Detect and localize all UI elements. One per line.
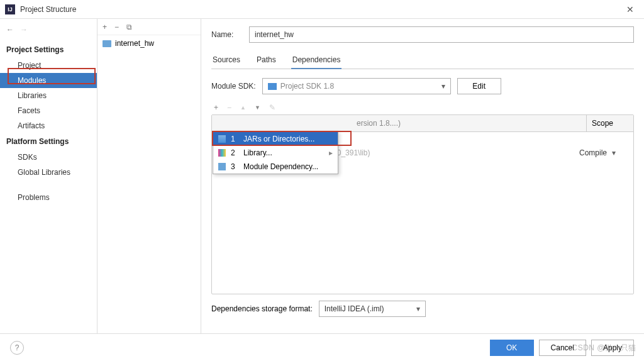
folder-icon bbox=[103, 40, 111, 47]
help-icon[interactable]: ? bbox=[10, 341, 24, 355]
scope-column-header: Scope bbox=[587, 115, 633, 131]
folder-icon bbox=[268, 83, 277, 90]
sidebar: ← → Project Settings Project Modules Lib… bbox=[0, 19, 97, 333]
popup-library[interactable]: 2 Library... ▸ bbox=[213, 146, 338, 160]
forward-icon[interactable]: → bbox=[20, 25, 28, 34]
modules-list: + − ⧉ internet_hw bbox=[97, 19, 201, 333]
storage-format-label: Dependencies storage format: bbox=[211, 304, 313, 313]
scope-select[interactable]: Compile▾ bbox=[579, 148, 628, 157]
sidebar-item-project[interactable]: Project bbox=[0, 58, 97, 73]
dependency-toolbar: + − ▲ ▼ ✎ bbox=[211, 102, 634, 113]
popup-jars-or-directories[interactable]: 1 JARs or Directories... bbox=[213, 132, 338, 146]
name-input[interactable] bbox=[249, 26, 634, 43]
close-icon[interactable]: ✕ bbox=[621, 2, 639, 17]
module-sdk-value: Project SDK 1.8 bbox=[280, 82, 334, 91]
popup-module-dependency[interactable]: 3 Module Dependency... bbox=[213, 160, 338, 174]
app-icon: IJ bbox=[5, 4, 15, 14]
add-module-icon[interactable]: + bbox=[103, 23, 107, 31]
jar-icon bbox=[218, 135, 226, 143]
tab-sources[interactable]: Sources bbox=[211, 52, 242, 69]
copy-module-icon[interactable]: ⧉ bbox=[126, 23, 132, 31]
storage-format-select[interactable]: IntelliJ IDEA (.iml) ▾ bbox=[319, 301, 426, 317]
remove-module-icon[interactable]: − bbox=[114, 23, 119, 31]
dependencies-header: ersion 1.8....) Scope bbox=[212, 115, 633, 132]
sidebar-item-modules[interactable]: Modules bbox=[0, 73, 97, 88]
sidebar-item-artifacts[interactable]: Artifacts bbox=[0, 118, 97, 133]
move-up-icon[interactable]: ▲ bbox=[240, 104, 246, 111]
sidebar-item-libraries[interactable]: Libraries bbox=[0, 88, 97, 103]
window-title: Project Structure bbox=[20, 5, 621, 14]
library-icon bbox=[218, 149, 226, 157]
module-icon bbox=[218, 163, 226, 170]
chevron-down-icon: ▾ bbox=[441, 82, 445, 91]
section-platform-settings: Platform Settings bbox=[0, 133, 97, 150]
cancel-button[interactable]: Cancel bbox=[539, 340, 586, 356]
tabs: Sources Paths Dependencies bbox=[211, 52, 634, 69]
footer: ? OK Cancel Apply bbox=[0, 333, 644, 361]
tab-dependencies[interactable]: Dependencies bbox=[291, 52, 342, 69]
ok-button[interactable]: OK bbox=[490, 340, 534, 356]
chevron-right-icon: ▸ bbox=[329, 148, 333, 157]
sidebar-item-facets[interactable]: Facets bbox=[0, 103, 97, 118]
section-project-settings: Project Settings bbox=[0, 42, 97, 58]
add-dependency-icon[interactable]: + bbox=[214, 103, 218, 112]
export-column-header: ersion 1.8....) bbox=[212, 115, 587, 131]
move-down-icon[interactable]: ▼ bbox=[255, 104, 260, 111]
module-name: internet_hw bbox=[115, 39, 154, 48]
sidebar-item-problems[interactable]: Problems bbox=[0, 190, 97, 205]
module-item[interactable]: internet_hw bbox=[97, 35, 201, 52]
sidebar-item-global-libraries[interactable]: Global Libraries bbox=[0, 165, 97, 180]
name-label: Name: bbox=[211, 30, 249, 39]
edit-button[interactable]: Edit bbox=[457, 78, 501, 94]
edit-dependency-icon[interactable]: ✎ bbox=[269, 103, 275, 112]
apply-button[interactable]: Apply bbox=[591, 340, 634, 356]
remove-dependency-icon[interactable]: − bbox=[227, 103, 231, 112]
main-panel: Name: Sources Paths Dependencies Module … bbox=[201, 19, 644, 333]
chevron-down-icon: ▾ bbox=[416, 304, 420, 313]
sidebar-item-sdks[interactable]: SDKs bbox=[0, 150, 97, 165]
dependencies-table: 1 JARs or Directories... 2 Library... ▸ … bbox=[211, 114, 634, 294]
module-sdk-select[interactable]: Project SDK 1.8 ▾ bbox=[262, 78, 451, 94]
module-sdk-label: Module SDK: bbox=[211, 82, 256, 91]
tab-paths[interactable]: Paths bbox=[255, 52, 277, 69]
chevron-down-icon: ▾ bbox=[612, 148, 616, 157]
add-dependency-popup: 1 JARs or Directories... 2 Library... ▸ … bbox=[213, 131, 338, 174]
titlebar: IJ Project Structure ✕ bbox=[0, 0, 644, 19]
back-icon[interactable]: ← bbox=[6, 25, 14, 34]
